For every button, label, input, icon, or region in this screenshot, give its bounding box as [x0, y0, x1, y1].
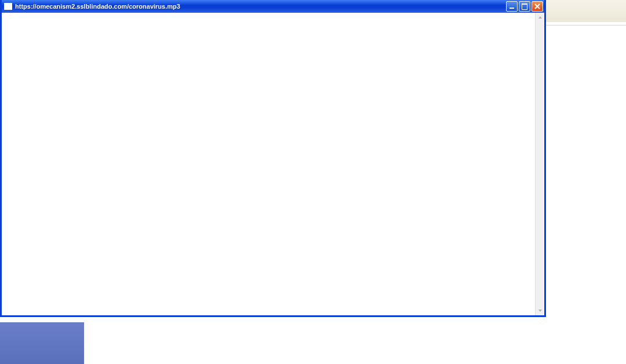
vertical-scrollbar[interactable] [535, 13, 544, 315]
taskbar-fragment [0, 322, 84, 364]
scroll-down-button[interactable] [536, 307, 544, 315]
chevron-down-icon [538, 309, 543, 312]
background-divider [545, 25, 626, 26]
minimize-button[interactable] [506, 1, 518, 12]
window-icon [4, 3, 12, 10]
popup-window: https://omecanism2.sslblindado.com/coron… [0, 0, 546, 317]
client-area [2, 13, 544, 315]
content-area [2, 13, 535, 315]
chevron-up-icon [538, 16, 543, 19]
close-button[interactable] [532, 1, 543, 12]
scroll-up-button[interactable] [536, 13, 544, 21]
close-icon [534, 3, 540, 9]
window-title: https://omecanism2.sslblindado.com/coron… [15, 3, 506, 10]
maximize-button[interactable] [519, 1, 530, 12]
window-controls [506, 1, 543, 12]
titlebar[interactable]: https://omecanism2.sslblindado.com/coron… [2, 0, 544, 13]
